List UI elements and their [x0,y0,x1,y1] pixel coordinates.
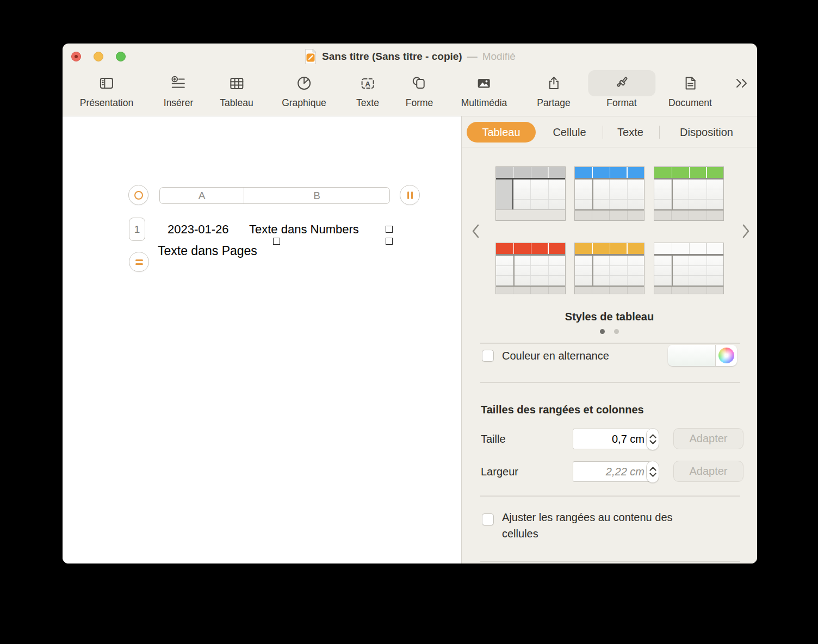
taille-stepper[interactable] [646,428,659,450]
sheet-canvas[interactable]: A B 1 2023-01-26 Texte dans Numbers Text… [63,116,461,564]
inspector-tabbar: Tableau Cellule Texte Disposition [462,116,757,147]
content-area: A B 1 2023-01-26 Texte dans Numbers Text… [63,116,757,564]
modified-status: Modifié [482,51,516,63]
table-style-option-entete-bleue[interactable] [574,166,645,221]
tab-separator [603,126,603,139]
stepper-down-icon [649,440,656,444]
toolbar-table-button[interactable]: Tableau [220,70,253,109]
alternating-color-well[interactable] [668,345,737,366]
toolbar-format-button[interactable]: Format [606,70,636,109]
table-style-option-entete-jaune[interactable] [574,243,645,294]
svg-text:A: A [365,80,370,88]
page-dot-2[interactable] [614,329,619,334]
presentation-sidebar-icon [80,70,133,97]
page-dot-1[interactable] [600,329,605,334]
text-box-icon: A [356,70,379,97]
numbers-doc-icon [304,48,317,65]
divider [480,496,740,497]
sizes-heading: Tailles des rangées et colonnes [481,404,644,416]
largeur-input[interactable]: 2,22 cm [573,461,650,482]
largeur-adapter-button[interactable]: Adapter [673,461,743,482]
toolbar-media-button[interactable]: Multimédia [461,70,507,109]
toolbar-overflow-button[interactable] [733,70,751,97]
table-grid-icon [220,70,253,97]
column-header-a[interactable]: A [160,188,244,203]
add-row-icon [135,259,143,265]
tab-cellule[interactable]: Cellule [553,122,586,143]
photo-icon [461,70,507,97]
table-style-option-blanc[interactable] [654,243,724,294]
selection-handle-corner[interactable] [386,238,393,245]
title-group: Sans titre (Sans titre - copie) — Modifi… [63,44,757,70]
largeur-label: Largeur [481,461,518,482]
chevrons-right-icon [733,70,751,97]
color-wheel-icon [718,348,734,363]
taille-adapter-button[interactable]: Adapter [673,428,743,449]
taille-input[interactable]: 0,7 cm [573,429,650,449]
selection-handle-right[interactable] [386,226,393,233]
add-row-handle[interactable] [129,252,149,272]
taille-label: Taille [481,429,506,449]
selection-handle-bottom[interactable] [273,238,280,245]
column-header-b[interactable]: B [244,188,389,203]
row-number-badge[interactable]: 1 [129,218,145,241]
numbers-window: Sans titre (Sans titre - copie) — Modifi… [63,44,757,564]
toolbar-shape-button[interactable]: Forme [406,70,433,109]
stepper-up-icon [649,467,656,471]
tab-texte[interactable]: Texte [617,122,643,143]
color-swatch[interactable] [668,345,716,366]
share-icon [537,70,570,97]
largeur-stepper[interactable] [646,461,659,483]
window-title: Sans titre (Sans titre - copie) [322,51,462,63]
chevron-right-icon [740,223,751,239]
stepper-up-icon [649,434,656,438]
fit-rows-label: Ajuster les rangées au contenu des cellu… [502,509,703,542]
alternating-color-label: Couleur en alternance [502,350,609,362]
toolbar-text-button[interactable]: A Texte [356,70,379,109]
toolbar-presentation-button[interactable]: Présentation [80,70,133,109]
table-style-option-entete-rouge[interactable] [495,243,566,294]
add-column-icon [407,191,413,199]
table-style-option-entete-verte[interactable] [654,166,724,221]
table-style-option-simple-gris[interactable] [495,166,566,221]
document-icon [668,70,712,97]
tab-separator [659,126,660,139]
styles-pagination [462,329,757,334]
title-separator: — [467,51,478,63]
divider [480,343,740,344]
cell-b1[interactable]: Texte dans Numbers [249,218,359,241]
pie-chart-icon [282,70,326,97]
paintbrush-icon [606,70,636,97]
table-select-handle[interactable] [128,185,148,205]
cell-a1[interactable]: 2023-01-26 [168,218,229,241]
toolbar: Présentation Insérer [63,70,757,116]
tab-tableau[interactable]: Tableau [467,122,536,143]
insert-plus-icon [164,70,193,97]
divider [480,561,740,562]
tabbar-divider [462,147,757,147]
format-inspector: Tableau Cellule Texte Disposition [462,116,757,564]
alternating-color-checkbox[interactable] [482,350,494,362]
titlebar: Sans titre (Sans titre - copie) — Modifi… [63,44,757,70]
table-handle-ring-icon [134,191,143,200]
text-box[interactable]: Texte dans Pages [158,244,257,258]
toolbar-chart-button[interactable]: Graphique [282,70,326,109]
divider [480,382,740,383]
styles-title: Styles de tableau [462,311,757,323]
stepper-down-icon [649,473,656,477]
toolbar-insert-button[interactable]: Insérer [164,70,193,109]
color-picker-segment[interactable] [716,345,737,366]
toolbar-share-button[interactable]: Partage [537,70,570,109]
chevron-left-icon [470,223,481,239]
table-column-header-bar[interactable]: A B [159,187,390,204]
shapes-icon [406,70,433,97]
add-column-handle[interactable] [400,185,420,205]
toolbar-document-button[interactable]: Document [668,70,712,109]
screen: Sans titre (Sans titre - copie) — Modifi… [0,0,818,644]
tab-disposition[interactable]: Disposition [680,122,733,143]
styles-prev-button[interactable] [470,223,481,239]
fit-rows-checkbox[interactable] [482,513,494,525]
styles-next-button[interactable] [740,223,751,239]
